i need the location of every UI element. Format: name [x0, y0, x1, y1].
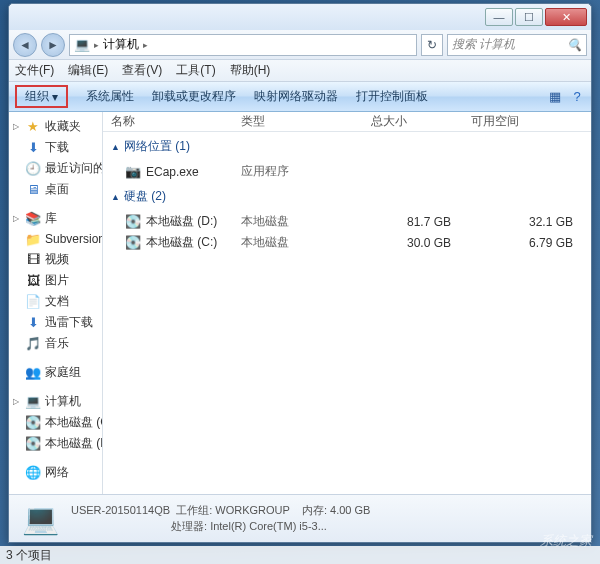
search-input[interactable]: 搜索 计算机 🔍: [447, 34, 587, 56]
list-item[interactable]: 📷ECap.exe 应用程序: [103, 161, 591, 182]
control-panel-button[interactable]: 打开控制面板: [356, 88, 428, 105]
menu-tools[interactable]: 工具(T): [176, 62, 215, 79]
chevron-down-icon: ▾: [52, 90, 58, 104]
group-disk[interactable]: ▲硬盘 (2): [103, 182, 591, 211]
menu-view[interactable]: 查看(V): [122, 62, 162, 79]
sidebar-network[interactable]: 🌐网络: [9, 462, 102, 483]
refresh-button[interactable]: ↻: [421, 34, 443, 56]
back-button[interactable]: ◄: [13, 33, 37, 57]
camera-icon: 📷: [125, 164, 141, 180]
computer-icon: 💻: [74, 37, 90, 53]
desktop-icon: 🖥: [25, 182, 41, 198]
breadcrumb[interactable]: 计算机: [103, 36, 139, 53]
sidebar-item-video[interactable]: 🎞视频: [9, 249, 102, 270]
col-total[interactable]: 总大小: [371, 113, 471, 130]
footer-count: 3 个项目: [0, 546, 600, 564]
column-headers[interactable]: 名称 类型 总大小 可用空间: [103, 112, 591, 132]
help-icon[interactable]: ?: [569, 89, 585, 105]
computer-icon: 💻: [19, 500, 61, 538]
status-bar: 💻 USER-20150114QB 工作组: WORKGROUP 内存: 4.0…: [9, 494, 591, 542]
recent-icon: 🕘: [25, 161, 41, 177]
minimize-button[interactable]: —: [485, 8, 513, 26]
toolbar: 组织▾ 系统属性 卸载或更改程序 映射网络驱动器 打开控制面板 ▦ ?: [9, 82, 591, 112]
navigation-bar: ◄ ► 💻 ▸ 计算机 ▸ ↻ 搜索 计算机 🔍: [9, 30, 591, 60]
network-icon: 🌐: [25, 465, 41, 481]
library-icon: 📚: [25, 211, 41, 227]
music-icon: 🎵: [25, 336, 41, 352]
star-icon: ★: [25, 119, 41, 135]
search-placeholder: 搜索 计算机: [452, 36, 515, 53]
chevron-right-icon[interactable]: ▸: [94, 40, 99, 50]
sidebar-item-disk-d[interactable]: 💽本地磁盘 (D: [9, 433, 102, 454]
homegroup-icon: 👥: [25, 365, 41, 381]
picture-icon: 🖼: [25, 273, 41, 289]
download-icon: ⬇: [25, 140, 41, 156]
menu-edit[interactable]: 编辑(E): [68, 62, 108, 79]
group-netloc[interactable]: ▲网络位置 (1): [103, 132, 591, 161]
sidebar-homegroup[interactable]: 👥家庭组: [9, 362, 102, 383]
sidebar-item-music[interactable]: 🎵音乐: [9, 333, 102, 354]
disk-icon: 💽: [25, 415, 41, 431]
list-item[interactable]: 💽本地磁盘 (C:) 本地磁盘 30.0 GB 6.79 GB: [103, 232, 591, 253]
system-properties-button[interactable]: 系统属性: [86, 88, 134, 105]
col-type[interactable]: 类型: [241, 113, 371, 130]
folder-icon: 📁: [25, 231, 41, 247]
maximize-button[interactable]: ☐: [515, 8, 543, 26]
sidebar-item-downloads[interactable]: ⬇下载: [9, 137, 102, 158]
explorer-window: — ☐ ✕ ◄ ► 💻 ▸ 计算机 ▸ ↻ 搜索 计算机 🔍 文件(F) 编辑(…: [8, 3, 592, 543]
view-mode-button[interactable]: ▦: [547, 89, 563, 105]
titlebar[interactable]: — ☐ ✕: [9, 4, 591, 30]
menu-bar: 文件(F) 编辑(E) 查看(V) 工具(T) 帮助(H): [9, 60, 591, 82]
address-bar[interactable]: 💻 ▸ 计算机 ▸: [69, 34, 417, 56]
computer-name: USER-20150114QB: [71, 504, 170, 516]
disk-icon: 💽: [125, 235, 141, 251]
disk-icon: 💽: [25, 436, 41, 452]
sidebar-item-documents[interactable]: 📄文档: [9, 291, 102, 312]
sidebar-libraries[interactable]: ▷📚库: [9, 208, 102, 229]
chevron-right-icon[interactable]: ▸: [143, 40, 148, 50]
download-icon: ⬇: [25, 315, 41, 331]
sidebar-item-recent[interactable]: 🕘最近访问的: [9, 158, 102, 179]
organize-button[interactable]: 组织▾: [15, 85, 68, 108]
sidebar-computer[interactable]: ▷💻计算机: [9, 391, 102, 412]
menu-help[interactable]: 帮助(H): [230, 62, 271, 79]
main-area: ▷★收藏夹 ⬇下载 🕘最近访问的 🖥桌面 ▷📚库 📁Subversion 🎞视频…: [9, 112, 591, 494]
content-pane: 名称 类型 总大小 可用空间 ▲网络位置 (1) 📷ECap.exe 应用程序 …: [103, 112, 591, 494]
sidebar: ▷★收藏夹 ⬇下载 🕘最近访问的 🖥桌面 ▷📚库 📁Subversion 🎞视频…: [9, 112, 103, 494]
search-icon: 🔍: [567, 38, 582, 52]
menu-file[interactable]: 文件(F): [15, 62, 54, 79]
col-free[interactable]: 可用空间: [471, 113, 583, 130]
map-drive-button[interactable]: 映射网络驱动器: [254, 88, 338, 105]
disk-icon: 💽: [125, 214, 141, 230]
video-icon: 🎞: [25, 252, 41, 268]
sidebar-item-pictures[interactable]: 🖼图片: [9, 270, 102, 291]
col-name[interactable]: 名称: [111, 113, 241, 130]
document-icon: 📄: [25, 294, 41, 310]
sidebar-item-subversion[interactable]: 📁Subversion: [9, 229, 102, 249]
close-button[interactable]: ✕: [545, 8, 587, 26]
uninstall-button[interactable]: 卸载或更改程序: [152, 88, 236, 105]
sidebar-item-disk-c[interactable]: 💽本地磁盘 (C: [9, 412, 102, 433]
forward-button[interactable]: ►: [41, 33, 65, 57]
sidebar-item-xunlei[interactable]: ⬇迅雷下载: [9, 312, 102, 333]
sidebar-favorites[interactable]: ▷★收藏夹: [9, 116, 102, 137]
computer-icon: 💻: [25, 394, 41, 410]
list-item[interactable]: 💽本地磁盘 (D:) 本地磁盘 81.7 GB 32.1 GB: [103, 211, 591, 232]
sidebar-item-desktop[interactable]: 🖥桌面: [9, 179, 102, 200]
